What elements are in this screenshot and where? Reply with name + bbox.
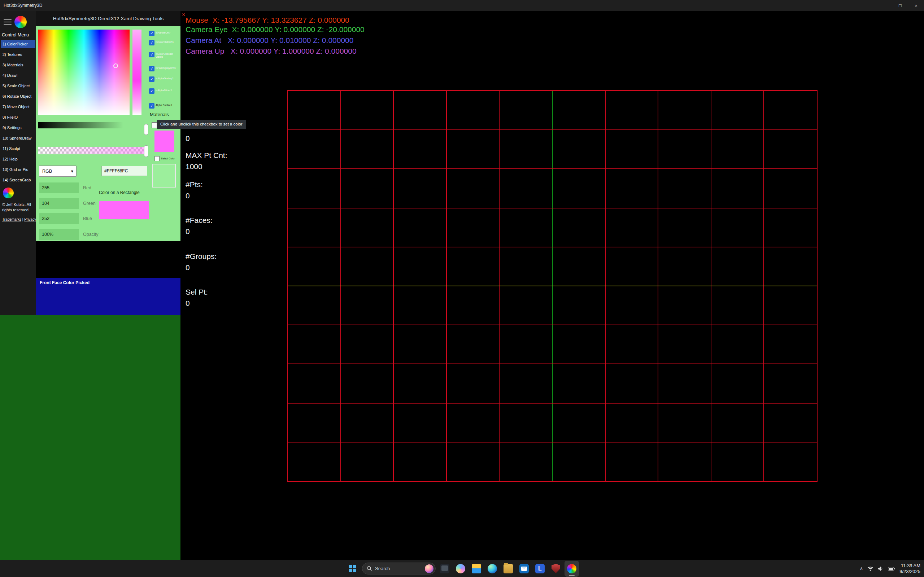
outlook-glyph (519, 564, 529, 574)
taskbar-center: Search L (345, 561, 579, 577)
red-value-field[interactable]: 255 (39, 182, 79, 193)
panel-checkbox-row: ✓Alpha Enabled (149, 103, 180, 108)
stat-value: 0 (186, 226, 213, 237)
minimize-button[interactable]: – (876, 0, 892, 11)
grid-line-horizontal (288, 364, 817, 364)
spectrum-cursor[interactable] (113, 63, 118, 68)
volume-icon[interactable] (878, 566, 884, 571)
sidebar-item[interactable]: 5) Scale Object (1, 82, 36, 90)
task-view-icon[interactable] (438, 561, 452, 577)
search-highlight-icon[interactable] (425, 564, 433, 573)
app-l-icon[interactable]: L (533, 561, 547, 577)
sidebar-item[interactable]: 1) ColorPicker (1, 40, 36, 48)
grid-line-horizontal (288, 129, 817, 130)
close-button[interactable]: × (908, 0, 924, 11)
grid-line-horizontal (288, 403, 817, 403)
checkbox[interactable]: ✓ (149, 76, 155, 82)
checkbox[interactable]: ✓ (149, 52, 155, 57)
taskbar-clock[interactable]: 11:39 AM 9/23/2025 (900, 563, 921, 574)
sidebar-item[interactable]: 4) Draw! (1, 71, 36, 79)
overlay-readout: Camera At X: 0.000000 Y: 0.010000 Z: 0.0… (186, 36, 353, 45)
checkbox[interactable]: ✓ (149, 66, 155, 71)
color-mode-dropdown[interactable]: RGB ▾ (39, 166, 76, 177)
sidebar-item[interactable]: 7) Move Object (1, 103, 36, 111)
hamburger-menu-icon[interactable] (3, 19, 11, 24)
checkbox-label: IsHandleOn? (155, 31, 170, 34)
checkbox-label: Alpha Enabled (155, 103, 172, 107)
windows-logo-icon (349, 565, 356, 572)
overlay-readout: Camera Up X: 0.000000 Y: 1.000000 Z: 0.0… (186, 47, 357, 56)
battery-icon[interactable] (888, 567, 895, 571)
blue-value-field[interactable]: 252 (39, 213, 79, 224)
stat-block: #Pts:0 (186, 179, 203, 201)
set-color-tooltip: Click and unclick this checkbox to set a… (157, 120, 246, 129)
security-glyph (551, 564, 561, 574)
cursor-cross-icon: × (182, 11, 185, 18)
hot3dx-icon[interactable] (564, 561, 579, 577)
sidebar-item[interactable]: 14) ScreenGrab (1, 176, 36, 184)
materials-label: Materials (150, 112, 169, 117)
sidebar-item[interactable]: 10) SphereDraw (1, 134, 36, 142)
checkbox[interactable]: ✓ (149, 40, 155, 45)
control-menu-header: Control Menu (2, 32, 36, 37)
sidebar-item[interactable]: 6) Rotate Object (1, 92, 36, 100)
color-value-slider[interactable] (132, 29, 142, 115)
file-explorer-icon[interactable] (469, 561, 484, 577)
copilot-glyph (456, 564, 465, 574)
control-menu-sidebar: Control Menu 1) ColorPicker2) Textures3)… (0, 11, 36, 315)
folder-icon[interactable] (501, 561, 515, 577)
sidebar-top (0, 11, 36, 29)
field-label: Opacity (83, 232, 98, 237)
panel-checkbox-row: ✓IsColorSliderVis (149, 40, 180, 45)
sidebar-item[interactable]: 9) Settings (1, 124, 36, 132)
sidebar-link[interactable]: Trademarks (2, 218, 21, 221)
field-label: Blue (83, 216, 92, 221)
security-icon[interactable] (549, 561, 563, 577)
sidebar-links: Trademarks | Privacy (0, 213, 36, 221)
sidebar-link[interactable]: Privacy (24, 218, 36, 221)
copilot-icon[interactable] (453, 561, 468, 577)
checkbox[interactable]: ✓ (149, 103, 155, 108)
value-gradient-slider[interactable] (38, 122, 147, 128)
sidebar-item[interactable]: 13) Grid or Pic (1, 166, 36, 174)
green-fill-area (0, 315, 181, 560)
sidebar-item[interactable]: 8) FileIO (1, 113, 36, 121)
app-l-glyph: L (535, 564, 544, 574)
value-slider-handle[interactable] (144, 124, 149, 135)
chevron-up-icon[interactable]: ∧ (860, 566, 863, 571)
stat-value: 0 (186, 133, 190, 144)
opacity-slider[interactable] (38, 147, 147, 154)
taskbar: Search L ∧ 11:39 AM 9/23/2025 (0, 560, 924, 577)
sidebar-item[interactable]: 2) Textures (1, 50, 36, 58)
hex-color-field[interactable]: #FFFF68FC (102, 166, 147, 176)
search-input[interactable]: Search (362, 562, 436, 574)
checkbox[interactable]: ✓ (149, 89, 155, 94)
wifi-icon[interactable] (867, 566, 874, 571)
maximize-button[interactable]: □ (892, 0, 908, 11)
checkbox[interactable]: ✓ (149, 31, 155, 36)
search-placeholder: Search (375, 566, 422, 571)
color-mode-value: RGB (42, 169, 52, 174)
panel-checkbox-row: ✓IsPaintSprayerVis (149, 66, 180, 71)
select-color-checkbox[interactable] (155, 156, 160, 161)
stat-value: 0 (186, 190, 203, 201)
sidebar-item[interactable]: 3) Materials (1, 61, 36, 69)
color-spectrum[interactable] (38, 29, 129, 115)
sidebar-item[interactable]: 12) Help (1, 155, 36, 163)
chevron-down-icon: ▾ (71, 168, 73, 174)
select-color-label: Select Color (161, 157, 175, 160)
stat-label: Sel Pt: (186, 286, 208, 298)
stat-label: #Faces: (186, 214, 213, 226)
green-value-field[interactable]: 104 (39, 198, 79, 209)
panel-checkbox-row: ✓IsAlphaTexting? (149, 76, 180, 82)
search-icon (367, 566, 372, 571)
stat-value: 0 (186, 262, 216, 273)
viewport-canvas[interactable]: × Mouse X: -13.795667 Y: 13.323627 Z: 0.… (181, 11, 924, 560)
outlook-icon[interactable] (517, 561, 531, 577)
edge-icon[interactable] (485, 561, 499, 577)
opacity-slider-handle[interactable] (144, 145, 149, 157)
link-separator: | (21, 218, 24, 221)
sidebar-item[interactable]: 11) Sculpt (1, 145, 36, 153)
start-button[interactable] (345, 561, 360, 577)
opacity-value-field[interactable]: 100% (39, 229, 79, 240)
